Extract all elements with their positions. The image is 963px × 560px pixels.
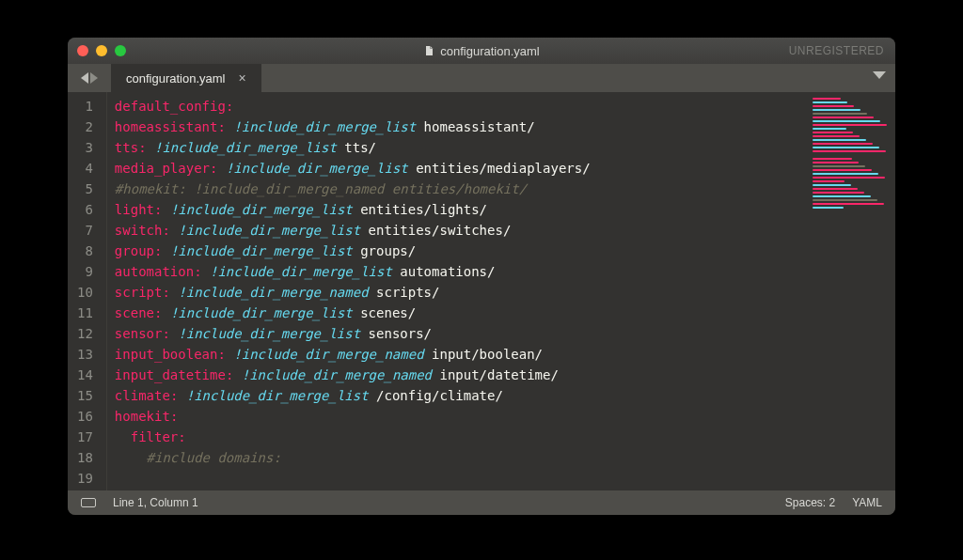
unregistered-label: UNREGISTERED [789, 44, 884, 57]
minimap-line [813, 135, 860, 137]
line-number: 4 [77, 158, 93, 179]
minimap-line [813, 132, 853, 133]
minimap-line [813, 180, 845, 182]
minimap-line [813, 113, 867, 115]
minimap-line [813, 188, 858, 190]
titlebar: configuration.yaml UNREGISTERED [68, 38, 895, 64]
status-bar: Line 1, Column 1 Spaces: 2 YAML [68, 490, 895, 515]
code-line[interactable]: climate: !include_dir_merge_list /config… [115, 385, 801, 406]
code-line[interactable]: group: !include_dir_merge_list groups/ [115, 241, 801, 261]
editor-window: configuration.yaml UNREGISTERED configur… [68, 38, 895, 515]
line-number: 12 [77, 323, 93, 344]
minimap-line [813, 173, 878, 175]
code-line[interactable]: default_config: [115, 96, 801, 117]
code-line[interactable]: #include domains: [115, 447, 801, 468]
line-number: 2 [77, 117, 93, 137]
cursor-position[interactable]: Line 1, Column 1 [113, 496, 198, 509]
minimap-line [813, 117, 874, 118]
minimap-line [813, 199, 877, 201]
editor-area: 12345678910111213141516171819 default_co… [68, 92, 895, 490]
line-number: 15 [77, 385, 93, 406]
code-line[interactable]: homekit: [115, 406, 801, 427]
window-title-text: configuration.yaml [440, 44, 540, 58]
line-number: 6 [77, 199, 93, 220]
minimap-line [813, 124, 887, 126]
code-line[interactable]: switch: !include_dir_merge_list entities… [115, 220, 801, 241]
minimap-line [813, 184, 851, 186]
code-line[interactable]: #homekit: !include_dir_merge_named entit… [115, 179, 801, 199]
minimap-line [813, 98, 841, 100]
code-area[interactable]: default_config:homeassistant: !include_d… [107, 92, 809, 490]
line-number: 17 [77, 427, 93, 447]
tab-bar: configuration.yaml × [68, 64, 895, 92]
minimap-line [813, 150, 886, 152]
tab-label: configuration.yaml [126, 71, 226, 86]
minimap-line [813, 192, 864, 194]
minimap-line [813, 169, 872, 171]
line-number: 9 [77, 261, 93, 282]
minimap-line [813, 207, 844, 209]
minimap-line [813, 139, 866, 141]
minimap[interactable] [809, 92, 895, 490]
minimap-line [813, 203, 884, 205]
syntax-mode[interactable]: YAML [852, 496, 882, 509]
file-icon [423, 44, 434, 57]
history-nav [68, 64, 111, 92]
line-number: 3 [77, 137, 93, 158]
gutter: 12345678910111213141516171819 [68, 92, 107, 490]
line-number: 10 [77, 282, 93, 303]
tab-active[interactable]: configuration.yaml × [111, 64, 261, 92]
line-number: 13 [77, 344, 93, 365]
code-line[interactable]: input_datetime: !include_dir_merge_named… [115, 365, 801, 385]
minimap-line [813, 154, 845, 156]
code-line[interactable]: homeassistant: !include_dir_merge_list h… [115, 117, 801, 137]
code-line[interactable]: input_boolean: !include_dir_merge_named … [115, 344, 801, 365]
code-line[interactable]: scene: !include_dir_merge_list scenes/ [115, 303, 801, 323]
window-title: configuration.yaml [68, 44, 895, 58]
minimap-line [813, 195, 871, 197]
code-line[interactable]: light: !include_dir_merge_list entities/… [115, 199, 801, 220]
line-number: 18 [77, 447, 93, 468]
line-number: 16 [77, 406, 93, 427]
panel-toggle-icon[interactable] [81, 498, 96, 507]
minimap-line [813, 147, 879, 148]
minimap-line [813, 105, 854, 107]
minimap-line [813, 128, 846, 130]
minimap-line [813, 101, 847, 103]
minimap-line [813, 120, 880, 122]
code-line[interactable]: automation: !include_dir_merge_list auto… [115, 261, 801, 282]
code-line[interactable]: media_player: !include_dir_merge_list en… [115, 158, 801, 179]
minimap-line [813, 143, 873, 145]
minimap-line [813, 109, 860, 111]
minimap-line [813, 177, 885, 179]
code-line[interactable]: tts: !include_dir_merge_list tts/ [115, 137, 801, 158]
line-number: 14 [77, 365, 93, 385]
indent-setting[interactable]: Spaces: 2 [785, 496, 835, 509]
line-number: 11 [77, 303, 93, 323]
line-number: 1 [77, 96, 93, 117]
back-icon[interactable] [77, 72, 88, 84]
close-tab-icon[interactable]: × [239, 70, 246, 86]
line-number: 7 [77, 220, 93, 241]
forward-icon[interactable] [90, 72, 102, 84]
minimap-line [813, 165, 865, 167]
code-line[interactable]: sensor: !include_dir_merge_list sensors/ [115, 323, 801, 344]
minimap-line [813, 162, 859, 163]
code-line[interactable]: script: !include_dir_merge_named scripts… [115, 282, 801, 303]
line-number: 19 [77, 468, 93, 489]
tab-overflow-icon[interactable] [873, 71, 886, 79]
line-number: 5 [77, 179, 93, 199]
minimap-line [813, 158, 852, 160]
line-number: 8 [77, 241, 93, 261]
code-line[interactable]: filter: [115, 427, 801, 447]
